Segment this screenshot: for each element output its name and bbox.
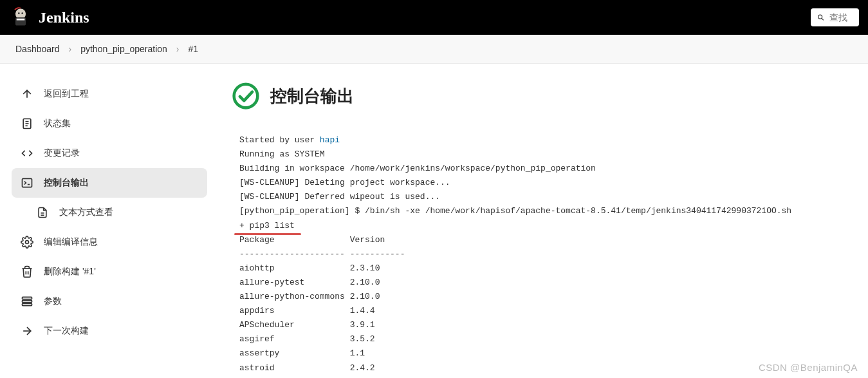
sidebar-item-params[interactable]: 参数 (12, 287, 207, 316)
sidebar-item-changes[interactable]: 变更记录 (12, 138, 207, 168)
console-line: Building in workspace /home/work/jenkins… (239, 164, 596, 173)
terminal-icon (21, 176, 33, 189)
gear-icon (21, 236, 33, 249)
sidebar-item-plaintext[interactable]: 文本方式查看 (27, 198, 207, 227)
svg-rect-17 (23, 300, 32, 302)
breadcrumb-item-build[interactable]: #1 (189, 44, 199, 54)
sidebar-item-back[interactable]: 返回到工程 (12, 79, 207, 109)
console-line: [python_pip_operation] $ /bin/sh -xe /ho… (239, 206, 791, 216)
sidebar-item-label: 删除构建 '#1' (44, 266, 96, 278)
console-pkg-divider: --------------------- ----------- (239, 249, 405, 259)
app-header: Jenkins (0, 0, 868, 35)
search-box[interactable] (811, 8, 859, 26)
svg-point-2 (18, 12, 20, 14)
sidebar-item-label: 文本方式查看 (59, 207, 113, 218)
console-line-highlighted: + pip3 list (239, 219, 295, 233)
breadcrumb-item-job[interactable]: python_pip_operation (80, 44, 167, 54)
chevron-right-icon: › (69, 44, 72, 54)
jenkins-logo-icon (9, 6, 32, 29)
success-check-icon (232, 82, 260, 110)
svg-line-6 (822, 19, 824, 21)
sidebar: 返回到工程 状态集 变更记录 控制台输出 文本方式查看 编辑编译信息 删除构 (0, 64, 219, 378)
sidebar-item-nextbuild[interactable]: 下一次构建 (12, 316, 207, 346)
console-output: Started by user hapi Running as SYSTEM B… (232, 133, 855, 375)
code-icon (21, 147, 33, 160)
sidebar-item-label: 控制台输出 (44, 177, 89, 189)
search-icon (817, 12, 824, 23)
sidebar-item-delete[interactable]: 删除构建 '#1' (12, 257, 207, 287)
arrow-up-icon (21, 88, 33, 100)
app-name: Jenkins (39, 9, 89, 26)
console-line: Started by user (239, 135, 320, 145)
logo[interactable]: Jenkins (9, 6, 89, 29)
svg-point-3 (21, 12, 23, 14)
svg-point-5 (818, 15, 822, 19)
sidebar-item-status[interactable]: 状态集 (12, 109, 207, 138)
sidebar-item-label: 状态集 (44, 118, 71, 129)
console-user-link[interactable]: hapi (320, 135, 340, 145)
console-line: [WS-CLEANUP] Deleting project workspace.… (239, 178, 450, 187)
console-pkg-header: Package Version (239, 235, 385, 245)
svg-point-20 (234, 84, 258, 108)
sidebar-item-label: 下一次构建 (44, 325, 89, 337)
arrow-right-icon (21, 325, 33, 337)
svg-rect-16 (23, 297, 32, 299)
search-input[interactable] (829, 12, 853, 23)
file-icon (36, 206, 49, 219)
sidebar-item-label: 变更记录 (44, 147, 80, 159)
page-title: 控制台输出 (270, 85, 354, 108)
svg-rect-11 (23, 178, 32, 187)
trash-icon (21, 265, 33, 278)
sidebar-item-editbuild[interactable]: 编辑编译信息 (12, 227, 207, 257)
sidebar-item-label: 参数 (44, 296, 62, 307)
sidebar-item-console[interactable]: 控制台输出 (12, 168, 207, 198)
sidebar-item-label: 返回到工程 (44, 88, 89, 100)
svg-rect-4 (17, 19, 25, 21)
console-line: [WS-CLEANUP] Deferred wipeout is used... (239, 192, 440, 202)
main-content: 控制台输出 Started by user hapi Running as SY… (219, 64, 868, 378)
breadcrumb-item-dashboard[interactable]: Dashboard (15, 44, 60, 54)
console-line: Running as SYSTEM (239, 149, 325, 159)
chevron-right-icon: › (176, 44, 180, 54)
svg-rect-18 (23, 303, 32, 305)
console-pkg-list: aiohttp 2.3.10 allure-pytest 2.10.0 allu… (239, 263, 380, 373)
document-icon (21, 117, 33, 130)
list-icon (21, 295, 33, 308)
breadcrumb: Dashboard › python_pip_operation › #1 (0, 35, 868, 64)
sidebar-item-label: 编辑编译信息 (44, 236, 98, 248)
svg-point-15 (26, 241, 29, 244)
